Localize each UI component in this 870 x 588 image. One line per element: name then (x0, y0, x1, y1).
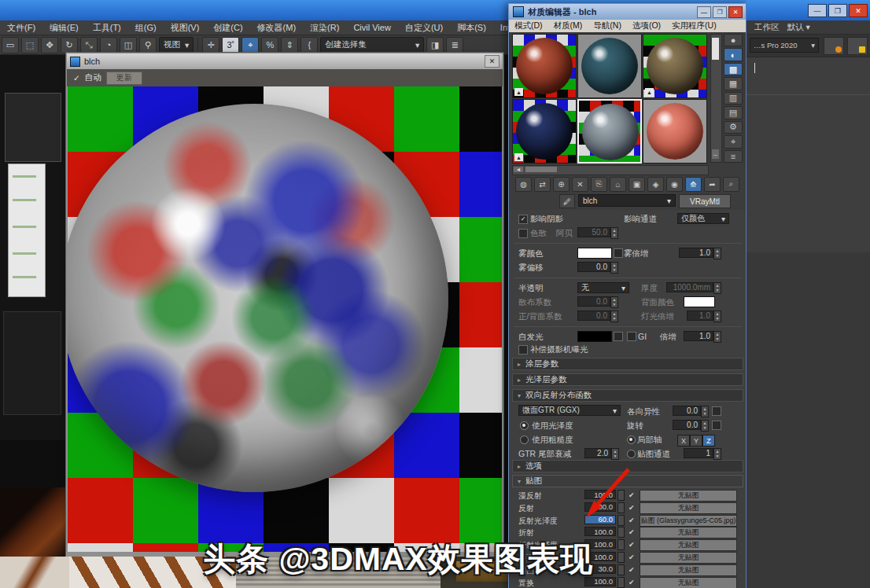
menu-item[interactable]: 导航(N) (588, 20, 627, 31)
map-slot-button[interactable]: 贴图 (Glassygrunge5-C05.jpg) (640, 515, 737, 527)
check-icon[interactable]: ✓ (73, 73, 80, 83)
percent-snap-icon[interactable]: % (261, 37, 278, 53)
map-enabled-checkbox[interactable]: ✔ (629, 553, 635, 561)
mirror-icon[interactable]: ◨ (426, 37, 444, 53)
map-slot-button[interactable]: 无贴图 (640, 527, 737, 538)
spinner[interactable]: ▲▼ (713, 331, 721, 343)
gtr-falloff-field[interactable]: 2.0 (584, 448, 611, 458)
menu-item[interactable]: 修改器(M) (250, 22, 304, 34)
spinner[interactable]: ▲▼ (713, 282, 721, 294)
map-channel-field[interactable]: 1 (684, 448, 713, 458)
spinner[interactable]: ▲▼ (713, 311, 721, 322)
spinner[interactable] (617, 552, 625, 563)
make-material-copy-icon[interactable]: ⎘ (591, 177, 607, 192)
thickness-field[interactable]: 1000.0mm (666, 282, 713, 292)
select-and-manipulate-icon[interactable]: ⚲ (139, 37, 157, 53)
brdf-type-dropdown[interactable]: 微面GTR (GGX)▾ (518, 405, 621, 416)
material-type-button[interactable]: VRayMtl (679, 194, 731, 208)
map-amount-field[interactable]: 100.0 (584, 527, 616, 536)
menu-item[interactable]: 脚本(S) (450, 22, 493, 34)
spinner[interactable] (617, 539, 625, 550)
fog-bias-field[interactable]: 0.0 (577, 262, 610, 272)
menu-item[interactable]: 实用程序(U) (666, 20, 722, 31)
backlight-icon[interactable]: ◐ (724, 48, 743, 61)
translucency-dropdown[interactable]: 无▾ (577, 282, 629, 293)
use-glossiness-radio[interactable] (520, 421, 529, 430)
zoom-tools-icon[interactable]: ⌕ (723, 177, 739, 192)
scrollbar-handle[interactable] (525, 167, 557, 172)
sample-slot-3[interactable]: ▲ (643, 34, 707, 98)
reset-map-icon[interactable]: ✕ (572, 177, 588, 192)
use-roughness-radio[interactable] (520, 435, 529, 444)
render-frame-icon[interactable] (847, 37, 868, 55)
minimize-icon[interactable]: — (697, 6, 711, 18)
fb-ratio-field[interactable]: 0.0 (577, 311, 610, 321)
menu-item[interactable]: 渲染(R) (303, 22, 346, 34)
select-move-icon[interactable]: ✥ (41, 37, 58, 53)
sample-uv-tiling-icon[interactable]: ▦ (724, 77, 743, 90)
map-slot-button[interactable]: 无贴图 (640, 539, 737, 551)
menu-item[interactable]: 材质(M) (548, 20, 588, 31)
map-enabled-checkbox[interactable]: ✔ (629, 541, 635, 549)
spinner[interactable]: ▲▼ (713, 248, 721, 259)
spinner-snap-icon[interactable]: ⇕ (281, 37, 298, 53)
snap-3d-icon[interactable]: 3˚ (222, 37, 239, 53)
menu-item[interactable]: 工具(T) (86, 22, 128, 34)
fog-color-map-checkbox[interactable] (614, 248, 623, 258)
pick-material-eyedropper-icon[interactable]: 🖉 (559, 194, 575, 208)
snap-toggle-icon[interactable]: ✛ (202, 37, 219, 53)
material-name-dropdown[interactable]: blch ▾ (578, 194, 676, 207)
anisotropy-map-checkbox[interactable] (712, 406, 721, 416)
menu-item[interactable]: 组(G) (128, 22, 164, 34)
angle-snap-icon[interactable]: ⌖ (241, 37, 259, 53)
restore-icon[interactable]: ❐ (713, 6, 727, 18)
menu-item[interactable]: 文件(F) (0, 22, 42, 34)
rollout-sheen[interactable]: ▸ 光泽层参数 (512, 373, 743, 386)
axis-toggle-z[interactable]: Z (702, 435, 715, 447)
menu-item[interactable]: Civil View (346, 23, 397, 32)
map-slot-button[interactable]: 无贴图 (640, 564, 737, 576)
sample-slot-4[interactable]: ▲ (512, 99, 577, 164)
selection-set-dropdown[interactable]: 创建选择集▾ (320, 37, 424, 53)
spinner[interactable]: ▲▼ (611, 448, 619, 460)
preview-titlebar[interactable]: blch ✕ (67, 53, 503, 69)
scrollbar-minus-icon[interactable]: – (712, 149, 719, 159)
material-map-navigator-icon[interactable]: ≡ (724, 150, 743, 163)
show-shaded-material-icon[interactable]: ◈ (647, 177, 664, 192)
spinner[interactable]: ▲▼ (701, 406, 709, 417)
self-illum-map-checkbox[interactable] (614, 332, 623, 341)
map-slot-button[interactable]: 无贴图 (640, 490, 737, 502)
scale-icon[interactable]: ⤡ (80, 37, 98, 53)
slots-horizontal-scrollbar[interactable]: ◄ (512, 165, 709, 175)
menu-item[interactable]: 选项(O) (627, 20, 666, 31)
gi-checkbox[interactable] (627, 332, 636, 341)
spinner[interactable]: ▲▼ (610, 311, 618, 322)
light-mult-field[interactable]: 1.0 (687, 311, 713, 321)
layer-manager-icon[interactable]: ≣ (446, 37, 463, 53)
update-button[interactable]: 更新 (106, 72, 142, 85)
sample-slot-2[interactable] (577, 34, 642, 98)
select-by-material-icon[interactable]: ⌖ (724, 135, 743, 148)
fog-mult-field[interactable]: 1.0 (679, 248, 713, 258)
slots-vertical-scrollbar[interactable]: – (710, 34, 722, 163)
affect-channels-dropdown[interactable]: 仅颜色▾ (677, 213, 729, 224)
abbe-field[interactable]: 50.0 (577, 227, 610, 237)
reference-coordinate-icon[interactable]: ◔ (100, 37, 117, 53)
options-icon[interactable]: ⚙ (724, 121, 743, 134)
show-end-result-icon[interactable]: ◉ (666, 177, 683, 192)
material-editor-titlebar[interactable]: 材质编辑器 - blch — ❐ ✕ (509, 4, 747, 20)
local-axis-radio[interactable] (627, 435, 636, 444)
put-to-library-icon[interactable]: ⌂ (610, 177, 626, 192)
rollout-coat[interactable]: ▸ 涂层参数 (512, 358, 743, 370)
rotate-icon[interactable]: ↻ (61, 37, 78, 53)
minimize-icon[interactable]: — (808, 4, 827, 17)
menu-item[interactable]: 视图(V) (164, 22, 207, 34)
map-slot-button[interactable]: 无贴图 (640, 552, 737, 564)
sample-slot-5[interactable] (577, 99, 642, 164)
view-dropdown[interactable]: 视图▾ (159, 37, 194, 53)
spinner[interactable]: ▲▼ (610, 296, 618, 308)
map-enabled-checkbox[interactable]: ✔ (629, 579, 635, 586)
close-icon[interactable]: ✕ (485, 55, 500, 68)
spinner[interactable]: ▲▼ (610, 262, 618, 274)
map-enabled-checkbox[interactable]: ✔ (629, 566, 635, 574)
